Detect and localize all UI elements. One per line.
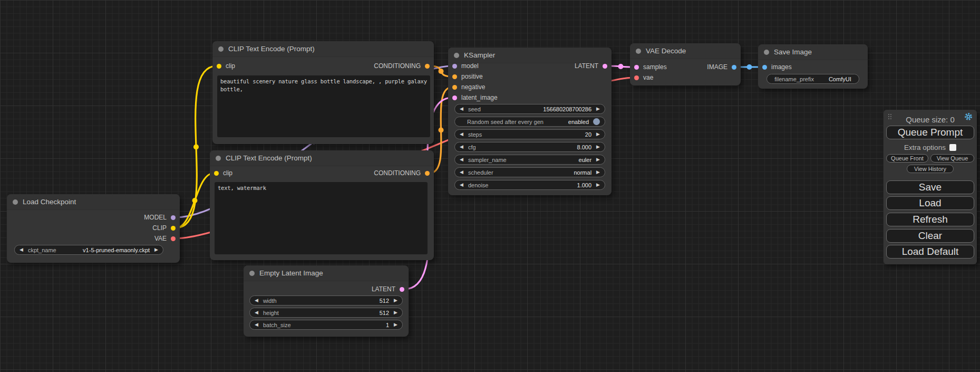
settings-gear-icon[interactable] [964,112,973,121]
conditioning-negative-wire-midpoint-dot[interactable] [439,128,444,133]
collapse-dot-icon[interactable] [216,156,221,161]
clip-wire-negative-midpoint-dot[interactable] [192,198,198,203]
toggle-knob-icon[interactable] [593,118,600,125]
queue-prompt-button[interactable]: Queue Prompt [886,126,974,139]
clip-port-icon[interactable] [171,226,176,231]
output-latent[interactable]: LATENT [372,284,407,294]
input-samples[interactable]: samples [632,62,667,72]
load-default-button[interactable]: Load Default [886,245,974,259]
input-vae[interactable]: vae [632,72,653,83]
output-latent[interactable]: LATENT [575,61,610,71]
node-vae-decode[interactable]: VAE Decode samples vae IMAGE [630,43,741,85]
clip-port-icon[interactable] [217,64,221,69]
input-clip[interactable]: clip [214,61,235,71]
image-wire-midpoint-dot[interactable] [747,64,752,70]
collapse-dot-icon[interactable] [218,46,224,52]
conditioning-port-icon[interactable] [425,64,430,69]
node-title-bar[interactable]: Empty Latent Image [244,265,409,281]
input-latent-image[interactable]: latent_image [450,92,498,103]
increment-arrow-icon[interactable]: ▶ [394,322,397,327]
decrement-arrow-icon[interactable]: ◀ [460,157,463,162]
collapse-dot-icon[interactable] [764,50,769,55]
collapse-dot-icon[interactable] [636,49,641,54]
input-model[interactable]: model [450,61,479,71]
decrement-arrow-icon[interactable]: ◀ [460,170,463,175]
conditioning-port-icon[interactable] [425,171,430,176]
widget-ckpt-name[interactable]: ◀ ckpt_name v1-5-pruned-emaonly.ckpt ▶ [14,245,163,255]
latent-port-icon[interactable] [452,96,457,100]
decrement-arrow-icon[interactable]: ◀ [460,107,463,111]
collapse-dot-icon[interactable] [249,271,255,276]
save-button[interactable]: Save [886,180,974,194]
widget-batch-size[interactable]: ◀ batch_size 1 ▶ [249,320,403,330]
node-load-checkpoint[interactable]: Load Checkpoint MODEL CLIP VAE ◀ ckpt_na… [7,194,180,263]
node-title-bar[interactable]: Save Image [758,44,868,60]
vae-port-icon[interactable] [634,75,639,80]
widget-scheduler[interactable]: ◀ scheduler normal ▶ [454,167,605,177]
ksampler-latent-wire-midpoint-dot[interactable] [618,64,624,69]
node-title-bar[interactable]: Load Checkpoint [7,194,180,210]
decrement-arrow-icon[interactable]: ◀ [460,145,463,149]
increment-arrow-icon[interactable]: ▶ [596,145,600,149]
clip-port-icon[interactable] [214,171,219,176]
input-positive[interactable]: positive [450,71,483,82]
node-save-image[interactable]: Save Image images filename_prefix ComfyU… [758,44,868,89]
image-port-icon[interactable] [762,65,767,70]
output-conditioning[interactable]: CONDITIONING [374,168,432,178]
node-title-bar[interactable]: VAE Decode [630,43,741,59]
prompt-textarea[interactable]: beautiful scenery nature glass bottle la… [217,75,430,137]
widget-steps[interactable]: ◀ steps 20 ▶ [454,129,605,139]
conditioning-positive-wire-midpoint-dot[interactable] [439,69,444,74]
input-images[interactable]: images [760,62,792,72]
node-title-bar[interactable]: CLIP Text Encode (Prompt) [210,150,434,166]
image-port-icon[interactable] [732,65,736,70]
latent-port-icon[interactable] [400,287,404,292]
widget-denoise[interactable]: ◀ denoise 1.000 ▶ [454,180,605,190]
output-vae[interactable]: VAE [154,233,178,244]
increment-arrow-icon[interactable]: ▶ [394,310,397,315]
input-negative[interactable]: negative [450,82,485,92]
widget-width[interactable]: ◀ width 512 ▶ [249,295,403,306]
queue-front-button[interactable]: Queue Front [886,154,928,163]
increment-arrow-icon[interactable]: ▶ [154,247,158,252]
latent-port-icon[interactable] [634,65,639,70]
collapse-dot-icon[interactable] [454,53,459,58]
conditioning-port-icon[interactable] [452,74,457,79]
load-button[interactable]: Load [886,196,974,210]
decrement-arrow-icon[interactable]: ◀ [255,310,258,315]
node-empty-latent-image[interactable]: Empty Latent Image LATENT ◀ width 512 ▶ … [244,265,409,337]
vae-port-icon[interactable] [171,236,176,241]
input-clip[interactable]: clip [211,168,232,178]
model-port-icon[interactable] [171,215,176,220]
widget-filename-prefix[interactable]: filename_prefix ComfyUI [766,74,859,84]
decrement-arrow-icon[interactable]: ◀ [255,298,258,303]
widget-height[interactable]: ◀ height 512 ▶ [249,308,403,318]
node-clip-text-encode-negative[interactable]: CLIP Text Encode (Prompt) clip CONDITION… [210,150,434,260]
refresh-button[interactable]: Refresh [886,213,974,226]
comfyui-canvas[interactable]: { "icons": {"decrement":"◀","increment":… [0,0,980,372]
increment-arrow-icon[interactable]: ▶ [394,298,397,303]
clip-wire-positive-midpoint-dot[interactable] [193,145,199,150]
output-image[interactable]: IMAGE [707,62,739,72]
output-clip[interactable]: CLIP [152,223,178,233]
increment-arrow-icon[interactable]: ▶ [596,183,600,187]
widget-seed[interactable]: ◀ seed 156680208700286 ▶ [454,104,605,114]
decrement-arrow-icon[interactable]: ◀ [460,183,463,187]
increment-arrow-icon[interactable]: ▶ [596,132,600,137]
view-history-button[interactable]: View History [907,165,954,173]
node-clip-text-encode-positive[interactable]: CLIP Text Encode (Prompt) clip CONDITION… [212,41,434,144]
output-conditioning[interactable]: CONDITIONING [374,61,432,71]
node-title-bar[interactable]: CLIP Text Encode (Prompt) [212,41,434,57]
increment-arrow-icon[interactable]: ▶ [596,170,600,175]
collapse-dot-icon[interactable] [13,199,18,205]
increment-arrow-icon[interactable]: ▶ [596,107,600,111]
output-model[interactable]: MODEL [144,212,178,223]
model-port-icon[interactable] [452,64,457,69]
decrement-arrow-icon[interactable]: ◀ [460,132,463,137]
conditioning-port-icon[interactable] [452,85,457,90]
widget-sampler-name[interactable]: ◀ sampler_name euler ▶ [454,155,605,165]
clear-button[interactable]: Clear [886,229,974,243]
prompt-textarea[interactable]: text, watermark [215,182,428,254]
latent-port-icon[interactable] [603,64,607,69]
increment-arrow-icon[interactable]: ▶ [596,157,600,162]
